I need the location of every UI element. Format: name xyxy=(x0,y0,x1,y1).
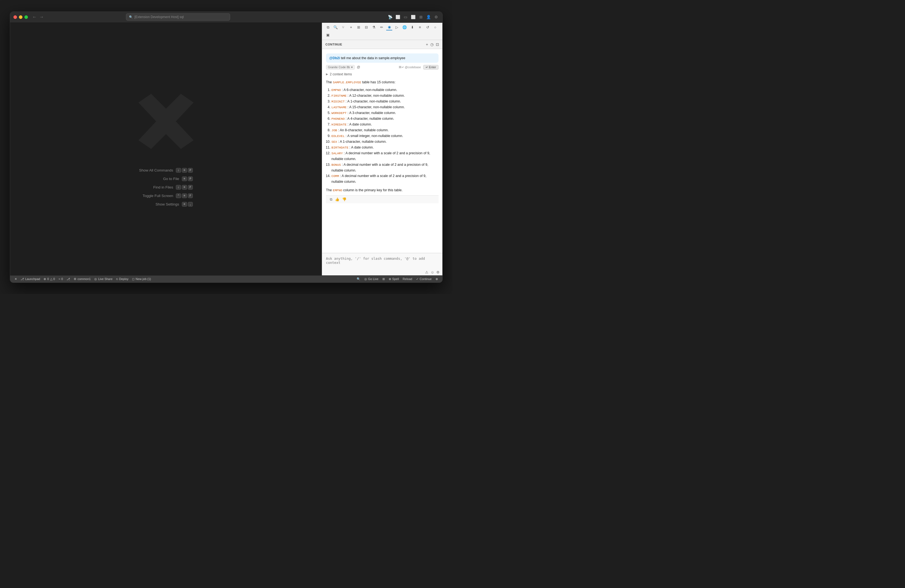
col-name-2: FIRSTNME xyxy=(332,94,346,97)
settings-icon[interactable]: ⚙ xyxy=(433,14,439,20)
broadcast-icon[interactable]: 📡 xyxy=(387,14,393,20)
statusbar-newjob[interactable]: ◻ New job (1) xyxy=(130,276,152,282)
statusbar-liveshare[interactable]: ◎ Live Share xyxy=(92,276,114,282)
list-item: SALARY : A decimal number with a scale o… xyxy=(332,151,438,162)
common1-label: common1 xyxy=(78,277,90,281)
statusbar-launchpad[interactable]: ⎇ Launchpad xyxy=(19,276,41,282)
at-context-icon[interactable]: @ xyxy=(357,65,360,69)
thumbs-up-icon[interactable]: 👍 xyxy=(335,197,339,202)
statusbar-search-right[interactable]: 🔍 xyxy=(355,276,362,282)
account-icon[interactable]: 👤 xyxy=(426,14,432,20)
sidebar-right-icon[interactable]: ⬜ xyxy=(411,14,416,20)
vscode-logo xyxy=(136,91,196,151)
col-desc-14: : A decimal number with a scale of 2 and… xyxy=(332,174,427,184)
new-chat-icon[interactable]: + xyxy=(426,42,428,46)
statusbar-golive[interactable]: ◎ Go Live xyxy=(363,276,380,282)
kbd-f-4: F xyxy=(188,194,193,198)
thumbs-down-icon[interactable]: 👎 xyxy=(342,197,346,202)
chat-header-actions: + ◷ ⊡ xyxy=(426,42,439,46)
newjob-icon: ◻ xyxy=(132,277,135,281)
indent-count: 0 xyxy=(61,277,63,281)
kbd-cmd-3: ⌘ xyxy=(182,185,187,190)
layout-chat-icon[interactable]: ⊡ xyxy=(436,42,439,46)
globe-toolbar-icon[interactable]: 🌐 xyxy=(402,24,408,30)
table-toolbar-icon[interactable]: ⊟ xyxy=(363,24,369,30)
chat-input-field[interactable] xyxy=(322,253,442,268)
command-label-1: Show All Commands xyxy=(139,168,173,172)
command-label-3: Find in Files xyxy=(153,185,173,189)
columns-list: EMPNO : A 6-character, non-nullable colu… xyxy=(326,87,438,184)
statusbar-indent[interactable]: ≈ 0 xyxy=(57,276,65,282)
launchpad-label: Launchpad xyxy=(25,277,40,281)
at-mention: @Db2i xyxy=(329,56,340,60)
kbd-group-1: ⇧ ⌘ P xyxy=(176,168,193,173)
enter-icon: ↵ xyxy=(426,65,428,69)
app-window: ← → 🔍 [Extension Development Host] sql 📡… xyxy=(10,11,443,283)
continue-label: Continue xyxy=(420,277,432,281)
statusbar-continue[interactable]: ✓ Continue xyxy=(414,276,433,282)
statusbar-common1[interactable]: ⚙ common1 xyxy=(72,276,92,282)
response-footer: The EMPNO column is the primary key for … xyxy=(326,188,438,193)
warning-icon[interactable]: ⚠ xyxy=(425,270,429,274)
copy-toolbar-icon[interactable]: ⧉ xyxy=(325,24,331,30)
command-row-1: Show All Commands ⇧ ⌘ P xyxy=(139,168,193,173)
statusbar-branch[interactable]: ⎇ xyxy=(65,276,72,282)
circle-toolbar-icon[interactable]: ◉ xyxy=(386,24,392,30)
download-toolbar-icon[interactable]: ⬇ xyxy=(409,24,415,30)
smiley-icon[interactable]: ☺ xyxy=(430,270,434,274)
layers-toolbar-icon[interactable]: ≡ xyxy=(417,24,423,30)
context-items[interactable]: ▶ 2 context items xyxy=(326,72,438,76)
statusbar-reload[interactable]: Reload xyxy=(401,276,414,282)
close-button[interactable] xyxy=(13,15,17,19)
history-icon[interactable]: ◷ xyxy=(430,42,433,46)
nav-back-button[interactable]: ← xyxy=(32,14,37,19)
outline-toolbar-icon[interactable]: ○ xyxy=(432,24,438,30)
play-toolbar-icon[interactable]: ▷ xyxy=(394,24,400,30)
statusbar-errors[interactable]: ⊗ 0 △ 0 xyxy=(42,276,56,282)
command-label-4: Toggle Full Screen xyxy=(143,194,173,198)
search-text: [Extension Development Host] sql xyxy=(135,15,184,19)
flask-toolbar-icon[interactable]: ⚗ xyxy=(371,24,377,30)
primary-key-code: EMPNO xyxy=(333,189,342,192)
statusbar-deploy[interactable]: ⎋ Deploy xyxy=(114,276,130,282)
grid-toolbar-icon[interactable]: ⊞ xyxy=(356,24,362,30)
list-item: WORKDEPT : A 3-character, nullable colum… xyxy=(332,110,438,116)
minimize-button[interactable] xyxy=(19,15,22,19)
nav-forward-button[interactable]: → xyxy=(40,14,44,19)
table-name-code: SAMPLE.EMPLOYEE xyxy=(333,81,361,84)
deploy-icon: ⎋ xyxy=(116,277,118,281)
col-desc-7: : A date column. xyxy=(346,122,372,126)
statusbar-left: ✕ ⎇ Launchpad ⊗ 0 △ 0 ≈ 0 ⎇ ⚙ common1 xyxy=(13,276,354,282)
list-item: LASTNAME : A 15-character, non-nullable … xyxy=(332,104,438,110)
copy-response-icon[interactable]: ⧉ xyxy=(330,197,332,202)
panel-toolbar-icon[interactable]: ▣ xyxy=(325,32,331,38)
statusbar-right: 🔍 ◎ Go Live ⊞ ⊗ Spell Reload ✓ Continue … xyxy=(355,276,440,282)
branch-toolbar-icon[interactable]: ⑂ xyxy=(340,24,346,30)
response-actions: ⧉ 👍 👎 xyxy=(326,195,438,203)
col-name-5: WORKDEPT xyxy=(332,111,346,115)
sidebar-left-icon[interactable]: ⬜ xyxy=(395,14,401,20)
layout-icon[interactable]: ⊞ xyxy=(418,14,424,20)
statusbar-close[interactable]: ✕ xyxy=(13,276,19,282)
statusbar-grid[interactable]: ⊞ xyxy=(381,276,386,282)
chat-header-title: CONTINUE xyxy=(325,43,342,46)
statusbar-spell[interactable]: ⊗ Spell xyxy=(387,276,400,282)
enter-button[interactable]: ↵ Enter xyxy=(423,65,438,70)
settings-chat-icon[interactable]: ⚙ xyxy=(437,270,440,274)
titlebar-right-icons: 📡 ⬜ ▭ ⬜ ⊞ 👤 ⚙ xyxy=(387,14,439,20)
brush-toolbar-icon[interactable]: ✏ xyxy=(379,24,384,30)
statusbar-plus[interactable]: ⊕ xyxy=(434,276,440,282)
col-name-1: EMPNO xyxy=(332,88,341,92)
response-intro-end: table has 15 columns: xyxy=(362,80,395,84)
cursor-toolbar-icon[interactable]: ⌖ xyxy=(348,24,354,30)
search-toolbar-icon[interactable]: 🔍 xyxy=(332,24,338,30)
model-selector[interactable]: Granite Code 8b ▾ xyxy=(326,65,355,70)
chat-panel: ⧉ 🔍 ⑂ ⌖ ⊞ ⊟ ⚗ ✏ ◉ ▷ 🌐 ⬇ ≡ ↺ ○ ▣ CONTINUE xyxy=(322,23,442,275)
sidebar-bottom-icon[interactable]: ▭ xyxy=(403,14,408,20)
model-dropdown-icon: ▾ xyxy=(351,65,353,69)
refresh-toolbar-icon[interactable]: ↺ xyxy=(425,24,430,30)
editor-panel: Show All Commands ⇧ ⌘ P Go to File ⌘ P F xyxy=(10,23,322,275)
maximize-button[interactable] xyxy=(24,15,28,19)
titlebar: ← → 🔍 [Extension Development Host] sql 📡… xyxy=(10,12,442,23)
search-bar[interactable]: 🔍 [Extension Development Host] sql xyxy=(126,13,230,21)
